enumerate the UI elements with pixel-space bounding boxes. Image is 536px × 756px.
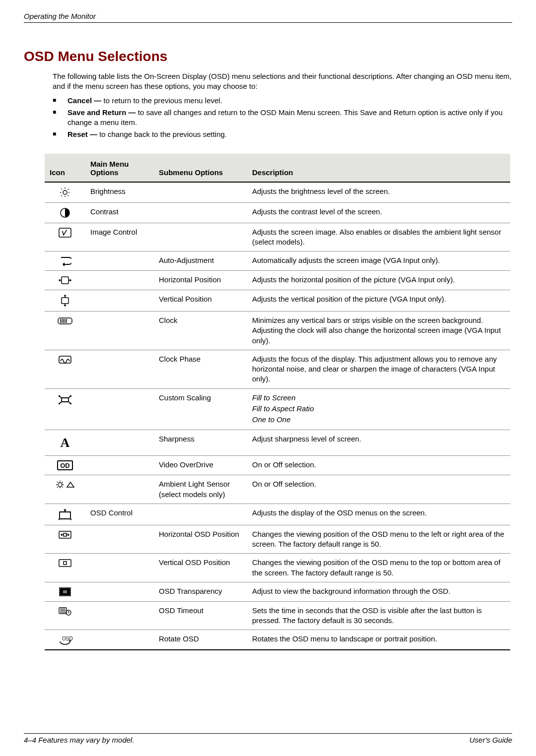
footer-right: User's Guide bbox=[469, 736, 512, 744]
page-footer: 4–4 Features may vary by model. User's G… bbox=[24, 733, 512, 744]
table-row: Horizontal Position Adjusts the horizont… bbox=[45, 271, 510, 290]
desc-col: Adjusts the focus of the display. This a… bbox=[247, 350, 510, 388]
sub-col bbox=[154, 202, 247, 223]
osd-vertical-position-icon bbox=[45, 554, 85, 582]
custom-scale-opt: Fill to Screen bbox=[252, 393, 505, 403]
desc-col: On or Off selection. bbox=[247, 456, 510, 475]
option-text: to return to the previous menu level. bbox=[101, 96, 222, 105]
table-row: OSD Timeout Sets the time in seconds tha… bbox=[45, 601, 510, 630]
desc-col: Adjusts the contrast level of the screen… bbox=[247, 202, 510, 223]
desc-col: Adjust sharpness level of screen. bbox=[247, 430, 510, 456]
sub-col: OSD Timeout bbox=[154, 601, 247, 630]
main-col bbox=[85, 312, 154, 350]
main-col bbox=[85, 350, 154, 388]
page-title: OSD Menu Selections bbox=[24, 49, 512, 64]
sub-col bbox=[154, 223, 247, 252]
desc-col: Sets the time in seconds that the OSD is… bbox=[247, 601, 510, 630]
th-main-line2: Options bbox=[90, 168, 119, 177]
brightness-icon bbox=[45, 182, 85, 203]
table-row: A Sharpness Adjust sharpness level of sc… bbox=[45, 430, 510, 456]
table-row: Auto-Adjustment Automatically adjusts th… bbox=[45, 252, 510, 271]
table-row: Brightness Adjusts the brightness level … bbox=[45, 182, 510, 203]
svg-line-29 bbox=[62, 487, 63, 488]
custom-scale-opt: One to One bbox=[252, 415, 505, 425]
osd-control-icon bbox=[45, 504, 85, 525]
sub-col: Vertical Position bbox=[154, 290, 247, 312]
desc-col: Adjusts the horizontal position of the p… bbox=[247, 271, 510, 290]
svg-line-6 bbox=[68, 195, 69, 196]
table-row: Clock Phase Adjusts the focus of the dis… bbox=[45, 350, 510, 388]
svg-text:OD: OD bbox=[60, 462, 70, 469]
svg-rect-11 bbox=[62, 277, 68, 284]
svg-rect-20 bbox=[62, 398, 68, 402]
main-col: Brightness bbox=[85, 182, 154, 203]
svg-line-31 bbox=[57, 487, 58, 488]
desc-col: Changes the viewing position of the OSD … bbox=[247, 554, 510, 582]
desc-col: Adjust to view the background informatio… bbox=[247, 582, 510, 601]
sub-col: Vertical OSD Position bbox=[154, 554, 247, 582]
svg-rect-36 bbox=[59, 560, 71, 567]
sub-col: Rotate OSD bbox=[154, 630, 247, 650]
sub-col: Horizontal Position bbox=[154, 271, 247, 290]
options-list: Cancel — to return to the previous menu … bbox=[53, 96, 512, 140]
main-col: Contrast bbox=[85, 202, 154, 223]
running-head: Operating the Monitor bbox=[24, 12, 512, 23]
vertical-position-icon bbox=[45, 290, 85, 312]
table-row: Horizontal OSD Position Changes the view… bbox=[45, 525, 510, 554]
table-row: Contrast Adjusts the contrast level of t… bbox=[45, 202, 510, 223]
desc-col: Adjusts the vertical position of the pic… bbox=[247, 290, 510, 312]
svg-rect-12 bbox=[62, 298, 68, 304]
sub-col: Custom Scaling bbox=[154, 388, 247, 430]
option-reset: Reset — to change back to the previous s… bbox=[53, 129, 512, 139]
svg-rect-40 bbox=[63, 590, 67, 593]
svg-point-23 bbox=[58, 483, 62, 487]
main-col bbox=[85, 582, 154, 601]
main-col: Image Control bbox=[85, 223, 154, 252]
main-col bbox=[85, 456, 154, 475]
desc-col: Fill to Screen Fill to Aspect Ratio One … bbox=[247, 388, 510, 430]
svg-line-47 bbox=[68, 613, 69, 613]
sub-col: Clock Phase bbox=[154, 350, 247, 388]
th-desc: Description bbox=[247, 154, 510, 182]
svg-line-28 bbox=[57, 482, 58, 483]
svg-line-33 bbox=[70, 519, 71, 520]
svg-line-32 bbox=[59, 519, 60, 520]
osd-horizontal-position-icon bbox=[45, 525, 85, 554]
option-label: Save and Return — bbox=[67, 108, 136, 117]
video-overdrive-icon: OD bbox=[45, 456, 85, 475]
th-main: Main Menu Options bbox=[85, 154, 154, 182]
osd-table: Icon Main Menu Options Submenu Options D… bbox=[45, 154, 510, 650]
th-icon: Icon bbox=[45, 154, 85, 182]
horizontal-position-icon bbox=[45, 271, 85, 290]
option-label: Reset — bbox=[67, 130, 97, 138]
clock-phase-icon bbox=[45, 350, 85, 388]
desc-col: Adjusts the brightness level of the scre… bbox=[247, 182, 510, 203]
table-row: Vertical Position Adjusts the vertical p… bbox=[45, 290, 510, 312]
main-col bbox=[85, 475, 154, 504]
option-cancel: Cancel — to return to the previous menu … bbox=[53, 96, 512, 106]
th-main-line1: Main Menu bbox=[90, 160, 129, 168]
svg-line-8 bbox=[62, 195, 63, 196]
option-save-return: Save and Return — to save all changes an… bbox=[53, 108, 512, 128]
table-row: Vertical OSD Position Changes the viewin… bbox=[45, 554, 510, 582]
main-col bbox=[85, 271, 154, 290]
svg-line-5 bbox=[62, 189, 63, 189]
svg-point-0 bbox=[63, 190, 67, 194]
sub-col: Horizontal OSD Position bbox=[154, 525, 247, 554]
image-control-icon bbox=[45, 223, 85, 252]
svg-text:OSD: OSD bbox=[62, 636, 73, 641]
main-col bbox=[85, 290, 154, 312]
ambient-light-sensor-icon bbox=[45, 475, 85, 504]
main-col bbox=[85, 601, 154, 630]
sub-col: Clock bbox=[154, 312, 247, 350]
sub-col: Video OverDrive bbox=[154, 456, 247, 475]
sub-col: Sharpness bbox=[154, 430, 247, 456]
custom-scaling-icon bbox=[45, 388, 85, 430]
clock-icon bbox=[45, 312, 85, 350]
main-col: OSD Control bbox=[85, 504, 154, 525]
table-row: OSD Transparency Adjust to view the back… bbox=[45, 582, 510, 601]
table-row: OD Video OverDrive On or Off selection. bbox=[45, 456, 510, 475]
osd-transparency-icon bbox=[45, 582, 85, 601]
contrast-icon bbox=[45, 202, 85, 223]
table-row: Clock Minimizes any vertical bars or str… bbox=[45, 312, 510, 350]
